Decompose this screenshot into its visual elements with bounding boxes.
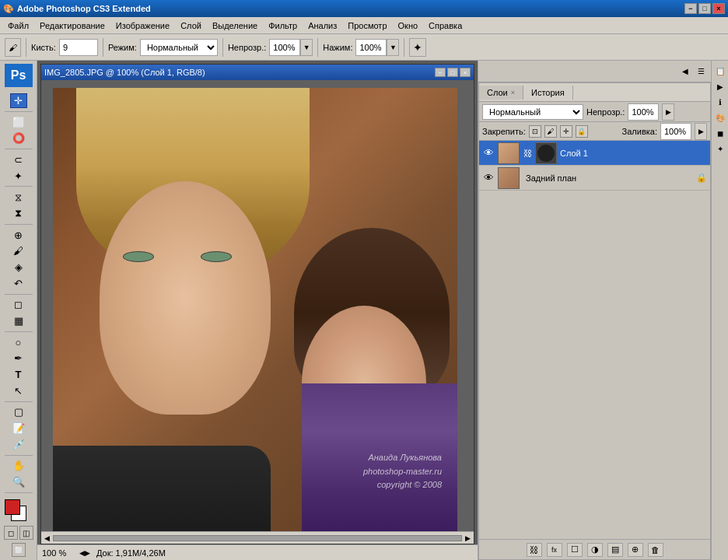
tool-eraser[interactable]: ◻ xyxy=(10,297,27,312)
brush-size-box[interactable]: 9 xyxy=(59,39,98,56)
tab-layers[interactable]: Слои × xyxy=(479,86,523,100)
layer-1-thumb-content xyxy=(499,168,519,188)
tool-brush[interactable]: 🖌 xyxy=(10,243,27,258)
layer-opacity-value: 100% xyxy=(632,107,653,117)
flow-input[interactable]: 100% xyxy=(355,39,387,56)
app-icon: 🎨 xyxy=(3,4,14,14)
fill-value: 100% xyxy=(664,127,686,136)
styles-panel-btn[interactable]: ✦ xyxy=(713,142,727,156)
maximize-button[interactable]: □ xyxy=(698,3,711,14)
actions-panel-btn[interactable]: ▶ xyxy=(713,79,727,93)
tool-magic-wand[interactable]: ✦ xyxy=(10,169,27,184)
tool-slice[interactable]: ⧗ xyxy=(10,206,27,221)
tool-heal[interactable]: ⊕ xyxy=(10,228,27,243)
menu-view[interactable]: Просмотр xyxy=(343,19,391,32)
separator xyxy=(5,492,33,493)
layer-opacity-arrow[interactable]: ▶ xyxy=(662,103,674,121)
info-panel-btn[interactable]: ℹ xyxy=(713,95,727,109)
layer-row-1[interactable]: 👁 Задний план 🔒 xyxy=(479,166,710,191)
menu-analysis[interactable]: Анализ xyxy=(303,19,341,32)
fill-input[interactable]: 100% xyxy=(660,123,691,140)
tool-marquee-rect[interactable]: ⬜ xyxy=(10,115,27,130)
doc-close-btn[interactable]: × xyxy=(460,68,471,77)
tool-eyedropper[interactable]: 💉 xyxy=(10,437,27,452)
layer-adjustment-btn[interactable]: ◑ xyxy=(587,543,603,557)
watermark-line2: photoshop-master.ru xyxy=(363,465,442,479)
tool-history-brush[interactable]: ↶ xyxy=(10,276,27,291)
opacity-dropdown-btn[interactable]: ▼ xyxy=(300,39,313,56)
tab-history-label: История xyxy=(531,88,565,97)
layer-group-btn[interactable]: ▤ xyxy=(607,543,623,557)
layer-link-btn[interactable]: ⛓ xyxy=(527,543,542,557)
layer-fx-btn[interactable]: fx xyxy=(547,543,562,557)
lock-position-btn[interactable]: ✛ xyxy=(560,125,572,138)
menu-layer[interactable]: Слой xyxy=(176,19,206,32)
doc-maximize-btn[interactable]: □ xyxy=(447,68,458,77)
standard-mode-btn[interactable]: ◻ xyxy=(4,526,18,540)
menu-image[interactable]: Изображение xyxy=(111,19,174,32)
color-panel-btn[interactable]: 🎨 xyxy=(713,110,727,124)
tool-path-selection[interactable]: ↖ xyxy=(10,383,27,398)
lock-image-btn[interactable]: 🖌 xyxy=(544,125,557,138)
tool-shape[interactable]: ▢ xyxy=(10,405,27,420)
h-scroll-track[interactable] xyxy=(53,535,462,541)
airbrush-toggle[interactable]: ✦ xyxy=(409,38,426,57)
doc-minimize-btn[interactable]: − xyxy=(435,68,446,77)
tool-marquee-ellipse[interactable]: ⭕ xyxy=(10,131,27,145)
lock-transparent-btn[interactable]: ⊡ xyxy=(529,125,541,138)
panel-menu-btn[interactable]: ☰ xyxy=(694,65,708,79)
scroll-left-btn[interactable]: ◀ xyxy=(44,534,50,542)
tool-lasso[interactable]: ⊂ xyxy=(10,152,27,167)
minimize-button[interactable]: − xyxy=(684,3,697,14)
tab-layers-close[interactable]: × xyxy=(511,89,515,96)
brush-preset-picker[interactable]: 🖌 xyxy=(5,38,21,57)
fill-arrow[interactable]: ▶ xyxy=(695,123,707,140)
opacity-input[interactable]: 100% xyxy=(269,39,300,56)
menu-window[interactable]: Окно xyxy=(394,19,423,32)
blend-mode-dropdown[interactable]: Нормальный xyxy=(140,39,218,56)
separator xyxy=(5,149,33,149)
layer-opacity-input[interactable]: 100% xyxy=(628,103,659,121)
history-panel-btn[interactable]: 📋 xyxy=(713,64,727,78)
left-eye xyxy=(123,251,154,262)
quick-mask-btn[interactable]: ◫ xyxy=(19,526,33,540)
screen-mode-btn[interactable]: ⬜ xyxy=(12,543,26,557)
layer-mask-btn[interactable]: ☐ xyxy=(567,543,583,557)
layer-1-visibility[interactable]: 👁 xyxy=(482,172,495,184)
menu-help[interactable]: Справка xyxy=(424,19,467,32)
layer-blend-mode[interactable]: Нормальный xyxy=(482,104,583,120)
layer-0-chain[interactable]: ⛓ xyxy=(523,149,532,158)
tool-hand[interactable]: ✋ xyxy=(10,459,27,474)
scroll-right-btn[interactable]: ▶ xyxy=(465,534,471,542)
flow-dropdown-btn[interactable]: ▼ xyxy=(387,39,399,56)
lock-all-btn[interactable]: 🔒 xyxy=(576,125,588,138)
menu-select[interactable]: Выделение xyxy=(208,19,262,32)
next-page-btn[interactable]: ▶ xyxy=(85,549,90,557)
tool-zoom[interactable]: 🔍 xyxy=(10,474,27,489)
close-button[interactable]: × xyxy=(712,3,725,14)
tool-move[interactable]: ✛ xyxy=(10,93,27,108)
swatches-panel-btn[interactable]: ◼ xyxy=(713,126,727,140)
menu-filter[interactable]: Фильтр xyxy=(264,19,302,32)
tool-crop[interactable]: ⧖ xyxy=(10,190,27,205)
layer-new-btn[interactable]: ⊕ xyxy=(628,543,643,557)
tool-stamp[interactable]: ◈ xyxy=(10,260,27,275)
tool-text[interactable]: T xyxy=(10,367,27,382)
layer-0-visibility[interactable]: 👁 xyxy=(482,147,495,159)
separator xyxy=(5,455,33,456)
foreground-color-swatch[interactable] xyxy=(5,499,20,515)
layer-row-0[interactable]: 👁 ⛓ Слой 1 xyxy=(479,141,710,166)
tool-notes[interactable]: 📝 xyxy=(10,421,27,436)
tool-gradient[interactable]: ▦ xyxy=(10,313,27,328)
panel-collapse-btn[interactable]: ◀ xyxy=(678,65,692,79)
title-bar-controls: − □ × xyxy=(684,3,725,14)
tab-history[interactable]: История xyxy=(523,86,573,100)
layer-delete-btn[interactable]: 🗑 xyxy=(648,543,663,557)
right-panel: ◀ ☰ Слои × История Нормальный Непрозр.: xyxy=(478,61,711,560)
tool-dodge[interactable]: ○ xyxy=(10,335,27,350)
prev-page-btn[interactable]: ◀ xyxy=(79,549,85,557)
menu-edit[interactable]: Редактирование xyxy=(35,19,110,32)
menu-file[interactable]: Файл xyxy=(3,19,33,32)
doc-title-controls: − □ × xyxy=(435,68,471,77)
tool-pen[interactable]: ✒ xyxy=(10,351,27,366)
